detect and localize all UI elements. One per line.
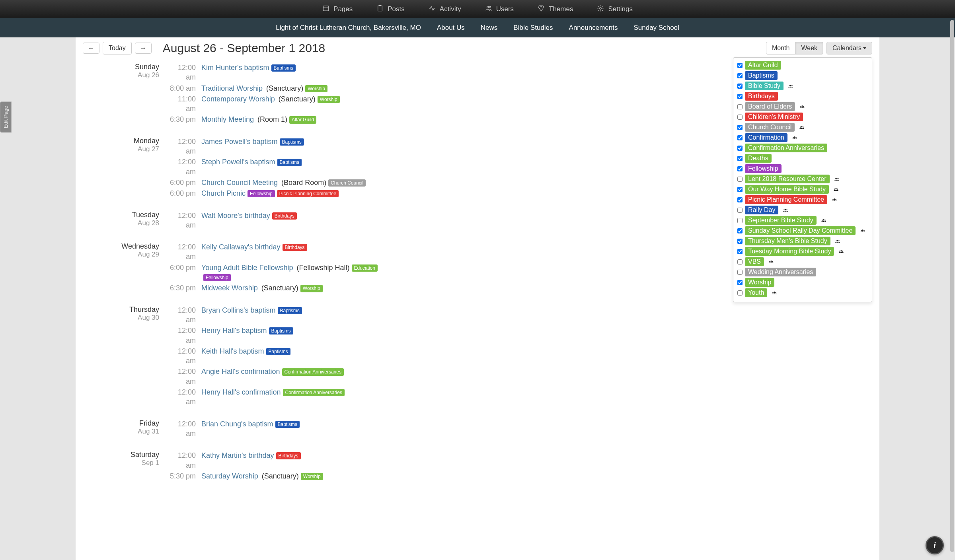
event-title[interactable]: Saturday Worship [201, 472, 258, 480]
event-tag[interactable]: Worship [301, 473, 323, 480]
event-tag[interactable]: Fellowship [248, 190, 275, 197]
event-tag[interactable]: Altar Guild [289, 116, 316, 123]
filter-label[interactable]: Deaths [745, 154, 772, 163]
filter-label[interactable]: Altar Guild [745, 61, 781, 70]
filter-label[interactable]: Children's Ministry [745, 113, 803, 121]
filter-checkbox[interactable] [737, 73, 743, 78]
event-tag[interactable]: Birthdays [276, 452, 301, 459]
month-view-button[interactable]: Month [766, 42, 795, 54]
filter-label[interactable]: Birthdays [745, 92, 778, 101]
week-view-button[interactable]: Week [795, 42, 823, 54]
filter-checkbox[interactable] [737, 259, 743, 264]
admin-posts[interactable]: Posts [376, 5, 405, 14]
event-tag[interactable]: Education [352, 264, 378, 272]
admin-themes[interactable]: Themes [538, 5, 573, 14]
event-title[interactable]: Church Council Meeting [201, 179, 278, 187]
event-title[interactable]: Brian Chung's baptism [201, 420, 273, 428]
filter-checkbox[interactable] [737, 104, 743, 109]
filter-label[interactable]: Bible Study [745, 82, 783, 90]
filter-checkbox[interactable] [737, 156, 743, 161]
admin-users[interactable]: Users [485, 5, 514, 14]
nav-announcements[interactable]: Announcements [569, 24, 618, 32]
event-title[interactable]: Henry Hall's confirmation [201, 388, 281, 396]
event-title[interactable]: Keith Hall's baptism [201, 347, 264, 355]
admin-activity[interactable]: Activity [429, 5, 461, 14]
filter-checkbox[interactable] [737, 197, 743, 202]
nav-about[interactable]: About Us [437, 24, 465, 32]
event-tag[interactable]: Baptisms [280, 138, 304, 146]
event-title[interactable]: Monthly Meeting [201, 115, 254, 123]
filter-checkbox[interactable] [737, 166, 743, 171]
event-tag[interactable]: Baptisms [275, 421, 300, 428]
filter-checkbox[interactable] [737, 270, 743, 275]
event-tag[interactable]: Worship [318, 96, 340, 103]
filter-checkbox[interactable] [737, 208, 743, 213]
filter-checkbox[interactable] [737, 135, 743, 140]
nav-bible-studies[interactable]: Bible Studies [513, 24, 553, 32]
filter-label[interactable]: Board of Elders [745, 102, 795, 111]
admin-settings[interactable]: Settings [597, 5, 632, 14]
filter-checkbox[interactable] [737, 94, 743, 99]
event-title[interactable]: Contemporary Worship [201, 95, 275, 103]
event-tag[interactable]: Birthdays [272, 212, 297, 220]
event-tag[interactable]: Baptisms [278, 307, 302, 314]
filter-checkbox[interactable] [737, 228, 743, 233]
filter-label[interactable]: Tuesday Morning Bible Study [745, 247, 834, 256]
event-title[interactable]: Church Picnic [201, 189, 246, 197]
event-tag[interactable]: Confirmation Anniversaries [282, 368, 344, 375]
prev-button[interactable]: ← [83, 43, 99, 54]
event-tag[interactable]: Baptisms [269, 327, 293, 334]
event-tag[interactable]: Baptisms [277, 159, 302, 166]
filter-label[interactable]: September Bible Study [745, 216, 817, 225]
event-title[interactable]: Young Adult Bible Fellowship [201, 264, 293, 272]
filter-checkbox[interactable] [737, 63, 743, 68]
filter-label[interactable]: Wedding Anniversaries [745, 268, 816, 276]
event-tag[interactable]: Baptisms [266, 348, 290, 355]
filter-checkbox[interactable] [737, 218, 743, 223]
nav-news[interactable]: News [481, 24, 498, 32]
filter-label[interactable]: Church Council [745, 123, 795, 132]
filter-label[interactable]: Sunday School Rally Day Committee [745, 226, 856, 235]
event-title[interactable]: James Powell's baptism [201, 138, 278, 146]
filter-checkbox[interactable] [737, 249, 743, 254]
filter-checkbox[interactable] [737, 146, 743, 151]
filter-label[interactable]: Picnic Planning Committee [745, 195, 827, 204]
today-button[interactable]: Today [103, 42, 132, 54]
event-tag[interactable]: Baptisms [271, 64, 296, 72]
filter-label[interactable]: Fellowship [745, 164, 782, 173]
admin-pages[interactable]: Pages [322, 5, 353, 14]
event-tag[interactable]: Picnic Planning Committee [277, 190, 339, 197]
event-title[interactable]: Kelly Callaway's birthday [201, 243, 281, 251]
event-title[interactable]: Midweek Worship [201, 284, 258, 292]
filter-label[interactable]: Rally Day [745, 206, 778, 214]
filter-checkbox[interactable] [737, 84, 743, 89]
filter-checkbox[interactable] [737, 187, 743, 192]
filter-checkbox[interactable] [737, 290, 743, 296]
filter-label[interactable]: Youth [745, 288, 767, 297]
filter-checkbox[interactable] [737, 280, 743, 285]
next-button[interactable]: → [135, 43, 152, 54]
event-title[interactable]: Bryan Collins's baptism [201, 306, 276, 314]
nav-sunday-school[interactable]: Sunday School [633, 24, 679, 32]
filter-label[interactable]: Lent 2018 Resource Center [745, 175, 830, 183]
site-title-link[interactable]: Light of Christ Lutheran Church, Bakersv… [276, 24, 421, 32]
filter-label[interactable]: Worship [745, 278, 774, 287]
filter-checkbox[interactable] [737, 239, 743, 244]
scrollbar[interactable] [950, 20, 954, 552]
event-title[interactable]: Kathy Martin's birthday [201, 451, 274, 459]
filter-checkbox[interactable] [737, 177, 743, 182]
filter-label[interactable]: Thursday Men's Bible Study [745, 237, 830, 245]
calendars-dropdown-button[interactable]: Calendars [826, 42, 872, 54]
event-tag[interactable]: Worship [300, 285, 323, 292]
event-tag[interactable]: Birthdays [283, 244, 307, 251]
event-title[interactable]: Walt Moore's birthday [201, 212, 270, 220]
filter-label[interactable]: Baptisms [745, 71, 778, 80]
event-title[interactable]: Traditional Worship [201, 84, 263, 92]
filter-label[interactable]: Our Way Home Bible Study [745, 185, 829, 194]
filter-label[interactable]: VBS [745, 257, 764, 266]
filter-label[interactable]: Confirmation Anniversaries [745, 144, 827, 152]
event-title[interactable]: Henry Hall's baptism [201, 327, 267, 334]
event-title[interactable]: Kim Hunter's baptism [201, 64, 269, 72]
info-button[interactable]: i [926, 536, 944, 554]
event-title[interactable]: Steph Powell's baptism [201, 158, 275, 166]
